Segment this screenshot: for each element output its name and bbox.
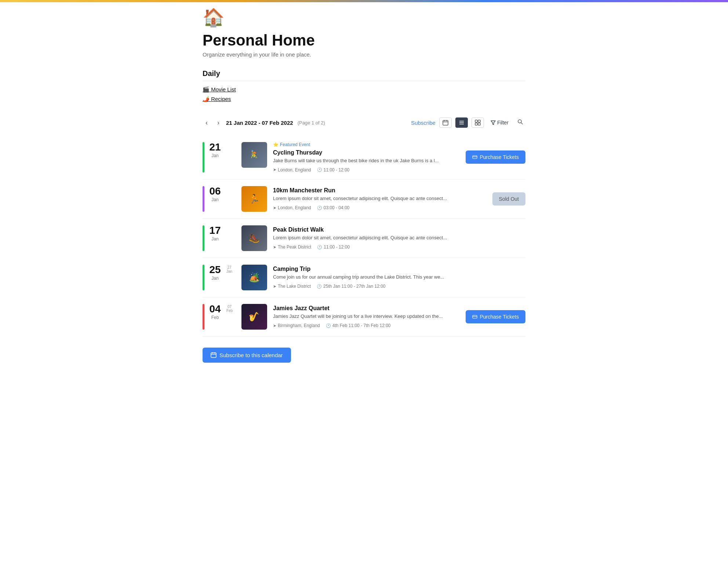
event-date-col: 25 Jan 27 Jan: [203, 265, 236, 290]
event-meta: ➤ London, England 🕐 11:00 - 12:00: [273, 167, 460, 173]
event-image-emoji: 🏕️: [249, 272, 260, 283]
svg-marker-11: [491, 121, 495, 125]
event-content: 10km Manchester Run Lorem ipsum dolor si…: [273, 186, 461, 212]
date-block: 04 Feb: [207, 304, 223, 320]
table-row: 25 Jan 27 Jan 🏕️ Camping Trip Come join …: [203, 258, 525, 297]
event-time: 🕐 11:00 - 12:00: [317, 167, 350, 173]
clock-icon: 🕐: [317, 245, 322, 250]
table-row: 04 Feb 07 Feb 🎷 Jamies Jazz Quartet Jami…: [203, 297, 525, 337]
daily-links: 🎬 Movie List 🌶️ Recipes: [203, 85, 525, 104]
svg-rect-18: [211, 353, 216, 358]
list-view-button[interactable]: [455, 117, 468, 128]
event-date-col: 04 Feb 07 Feb: [203, 304, 236, 330]
header-emoji: 🏠: [203, 7, 525, 28]
date-number: 06: [209, 186, 221, 196]
time-text: 03:00 - 04:00: [324, 205, 350, 210]
event-time: 🕐 4th Feb 11:00 - 7th Feb 12:00: [326, 323, 391, 328]
list-item[interactable]: 🎬 Movie List: [203, 85, 525, 94]
event-image-emoji: 🏃: [249, 194, 260, 204]
clock-icon: 🕐: [317, 167, 322, 172]
location-icon: ➤: [273, 206, 276, 210]
event-title: Jamies Jazz Quartet: [273, 305, 460, 312]
event-description: Come join us for our annual camping trip…: [273, 274, 461, 281]
date-month: Feb: [211, 315, 219, 320]
event-content: Camping Trip Come join us for our annual…: [273, 265, 461, 290]
event-meta: ➤ Birmingham, England 🕐 4th Feb 11:00 - …: [273, 323, 460, 328]
date-month: Jan: [211, 236, 218, 242]
svg-rect-9: [475, 123, 477, 125]
color-bar: [203, 142, 204, 173]
end-date: 07 Feb: [226, 305, 233, 313]
page-subtitle: Organize everything in your life in one …: [203, 51, 525, 58]
movie-list-link[interactable]: 🎬 Movie List: [203, 86, 236, 92]
event-content: Peak District Walk Lorem ipsum dolor sit…: [273, 225, 461, 251]
event-meta: ➤ London, England 🕐 03:00 - 04:00: [273, 205, 461, 210]
event-title: 10km Manchester Run: [273, 187, 461, 194]
event-title: Camping Trip: [273, 266, 461, 272]
purchase-tickets-button[interactable]: Purchase Tickets: [466, 310, 525, 323]
location-text: Birmingham, England: [278, 323, 320, 328]
filter-label: Filter: [497, 120, 509, 126]
date-month: Jan: [211, 153, 218, 158]
event-description: Lorem ipsum dolor sit amet, consectetur …: [273, 235, 461, 242]
event-content: Jamies Jazz Quartet Jamies Jazz Quartet …: [273, 304, 460, 330]
location-icon: ➤: [273, 167, 276, 172]
event-image-emoji: 🚴: [249, 150, 260, 160]
featured-label: Featured Event: [280, 142, 310, 147]
table-row: 06 Jan 🏃 10km Manchester Run Lorem ipsum…: [203, 179, 525, 219]
svg-rect-7: [475, 120, 477, 122]
date-number: 25: [209, 265, 221, 275]
calendar-toolbar: ‹ › 21 Jan 2022 - 07 Feb 2022 (Page 1 of…: [203, 117, 525, 128]
event-action: [467, 265, 525, 290]
location-text: London, England: [278, 205, 311, 210]
date-month: Jan: [211, 197, 218, 202]
time-text: 25th Jan 11:00 - 27th Jan 12:00: [323, 284, 385, 289]
calendar-view-button[interactable]: [439, 117, 452, 128]
event-location: ➤ London, England: [273, 205, 311, 210]
subscribe-link[interactable]: Subscribe: [411, 120, 436, 126]
event-meta: ➤ The Peak District 🕐 11:00 - 12:00: [273, 244, 461, 250]
end-date: 27 Jan: [226, 265, 232, 273]
purchase-tickets-button[interactable]: Purchase Tickets: [466, 150, 525, 164]
filter-button[interactable]: Filter: [488, 118, 512, 127]
event-title: Cycling Thursday: [273, 149, 460, 156]
search-button[interactable]: [515, 117, 525, 128]
date-block: 21 Jan: [207, 142, 223, 158]
svg-rect-10: [478, 123, 480, 125]
movie-list-icon: 🎬: [203, 86, 210, 92]
next-button[interactable]: ›: [214, 117, 222, 128]
clock-icon: 🕐: [317, 284, 322, 289]
clock-icon: 🕐: [326, 323, 331, 328]
svg-line-13: [521, 123, 523, 124]
event-action: [467, 225, 525, 251]
location-text: The Lake District: [278, 284, 311, 289]
location-icon: ➤: [273, 284, 276, 289]
color-bar: [203, 186, 204, 212]
event-time: 🕐 03:00 - 04:00: [317, 205, 350, 210]
event-content: ⭐ Featured Event Cycling Thursday Jake B…: [273, 142, 460, 173]
location-text: London, England: [278, 167, 311, 173]
grid-view-button[interactable]: [472, 117, 484, 128]
date-number: 04: [209, 304, 221, 314]
event-image-emoji: 🎷: [249, 312, 260, 322]
prev-button[interactable]: ‹: [203, 117, 211, 128]
color-bar: [203, 225, 204, 251]
event-action: Sold Out: [467, 186, 525, 212]
sold-out-button: Sold Out: [492, 192, 525, 206]
time-text: 11:00 - 12:00: [324, 167, 350, 173]
event-action: Purchase Tickets: [466, 304, 525, 330]
event-date-col: 17 Jan: [203, 225, 236, 251]
subscribe-calendar-button[interactable]: Subscribe to this calendar: [203, 348, 291, 363]
date-number: 17: [209, 225, 221, 236]
event-meta: ➤ The Lake District 🕐 25th Jan 11:00 - 2…: [273, 284, 461, 289]
top-bar: [0, 0, 728, 2]
location-text: The Peak District: [278, 244, 311, 250]
list-item[interactable]: 🌶️ Recipes: [203, 94, 525, 104]
svg-rect-16: [473, 315, 477, 318]
event-location: ➤ Birmingham, England: [273, 323, 320, 328]
color-bar: [203, 304, 204, 330]
event-description: Lorem ipsum dolor sit amet, consectetur …: [273, 195, 461, 202]
svg-point-12: [518, 120, 521, 123]
recipes-link[interactable]: 🌶️ Recipes: [203, 96, 231, 102]
event-image: 🥾: [241, 225, 267, 251]
